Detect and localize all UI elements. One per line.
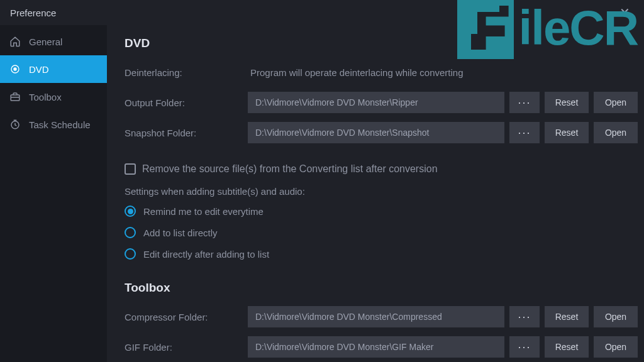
deinterlacing-row: Deinterlacing: Program will operate dein… bbox=[125, 62, 638, 83]
gif-folder-row: GIF Folder: D:\Vidmore\Vidmore DVD Monst… bbox=[125, 336, 638, 358]
window-title: Preference bbox=[10, 8, 56, 18]
svg-point-1 bbox=[14, 68, 16, 70]
snapshot-folder-input[interactable]: D:\Vidmore\Vidmore DVD Monster\Snapshot bbox=[248, 122, 504, 143]
watermark-text: ileCR bbox=[519, 3, 638, 52]
toolbox-icon bbox=[9, 90, 21, 103]
radio-row-add: Add to list directly bbox=[125, 227, 638, 238]
compressor-folder-row: Compressor Folder: D:\Vidmore\Vidmore DV… bbox=[125, 306, 638, 327]
snapshot-folder-label: Snapshot Folder: bbox=[125, 128, 248, 138]
remove-source-row: Remove the source file(s) from the Conve… bbox=[125, 163, 638, 175]
clock-icon bbox=[9, 118, 21, 131]
radio-label-remind: Remind me to edit everytime bbox=[143, 206, 264, 217]
sidebar-item-dvd[interactable]: DVD bbox=[0, 55, 107, 83]
sidebar-item-toolbox[interactable]: Toolbox bbox=[0, 83, 107, 111]
remove-source-checkbox[interactable] bbox=[125, 163, 136, 175]
output-folder-reset-button[interactable]: Reset bbox=[545, 92, 589, 113]
sidebar-item-label: Toolbox bbox=[29, 92, 62, 102]
gif-folder-label: GIF Folder: bbox=[125, 342, 248, 353]
sidebar-item-general[interactable]: General bbox=[0, 28, 107, 55]
home-icon bbox=[9, 35, 21, 48]
watermark: ileCR bbox=[457, 0, 638, 59]
snapshot-folder-browse-button[interactable]: ··· bbox=[509, 122, 540, 143]
compressor-folder-label: Compressor Folder: bbox=[125, 312, 248, 322]
sidebar-item-task-schedule[interactable]: Task Schedule bbox=[0, 111, 107, 138]
output-folder-open-button[interactable]: Open bbox=[594, 92, 638, 113]
compressor-folder-open-button[interactable]: Open bbox=[594, 306, 638, 327]
compressor-folder-browse-button[interactable]: ··· bbox=[509, 306, 540, 327]
compressor-folder-reset-button[interactable]: Reset bbox=[545, 306, 589, 327]
output-folder-browse-button[interactable]: ··· bbox=[509, 92, 540, 113]
snapshot-folder-row: Snapshot Folder: D:\Vidmore\Vidmore DVD … bbox=[125, 122, 638, 143]
sidebar-item-label: DVD bbox=[29, 64, 49, 75]
subtitle-settings-caption: Settings when adding subtitle(s) and aud… bbox=[125, 186, 638, 197]
section-title-toolbox: Toolbox bbox=[125, 281, 638, 295]
gif-folder-input[interactable]: D:\Vidmore\Vidmore DVD Monster\GIF Maker bbox=[248, 336, 504, 358]
radio-remind[interactable] bbox=[125, 206, 136, 217]
compressor-folder-input[interactable]: D:\Vidmore\Vidmore DVD Monster\Compresse… bbox=[248, 306, 504, 327]
radio-label-add: Add to list directly bbox=[143, 228, 218, 238]
sidebar-item-label: General bbox=[29, 36, 62, 47]
radio-add[interactable] bbox=[125, 227, 136, 238]
radio-label-edit: Edit directly after adding to list bbox=[143, 249, 269, 260]
gif-folder-browse-button[interactable]: ··· bbox=[509, 336, 540, 358]
radio-row-edit: Edit directly after adding to list bbox=[125, 248, 638, 260]
output-folder-row: Output Folder: D:\Vidmore\Vidmore DVD Mo… bbox=[125, 92, 638, 113]
sidebar-item-label: Task Schedule bbox=[29, 119, 91, 130]
deinterlacing-info: Program will operate deinterlacing while… bbox=[250, 67, 464, 78]
output-folder-label: Output Folder: bbox=[125, 97, 248, 108]
radio-row-remind: Remind me to edit everytime bbox=[125, 206, 638, 217]
gif-folder-open-button[interactable]: Open bbox=[594, 336, 638, 358]
snapshot-folder-open-button[interactable]: Open bbox=[594, 122, 638, 143]
remove-source-label: Remove the source file(s) from the Conve… bbox=[142, 163, 438, 175]
main-panel: DVD Deinterlacing: Program will operate … bbox=[107, 25, 644, 362]
watermark-logo-icon bbox=[457, 0, 514, 59]
snapshot-folder-reset-button[interactable]: Reset bbox=[545, 122, 589, 143]
dot-icon bbox=[9, 63, 21, 75]
output-folder-input[interactable]: D:\Vidmore\Vidmore DVD Monster\Ripper bbox=[248, 92, 504, 113]
gif-folder-reset-button[interactable]: Reset bbox=[545, 336, 589, 358]
deinterlacing-label: Deinterlacing: bbox=[125, 67, 250, 78]
sidebar: General DVD Toolbox Task Schedule bbox=[0, 25, 107, 362]
radio-edit[interactable] bbox=[125, 248, 136, 260]
